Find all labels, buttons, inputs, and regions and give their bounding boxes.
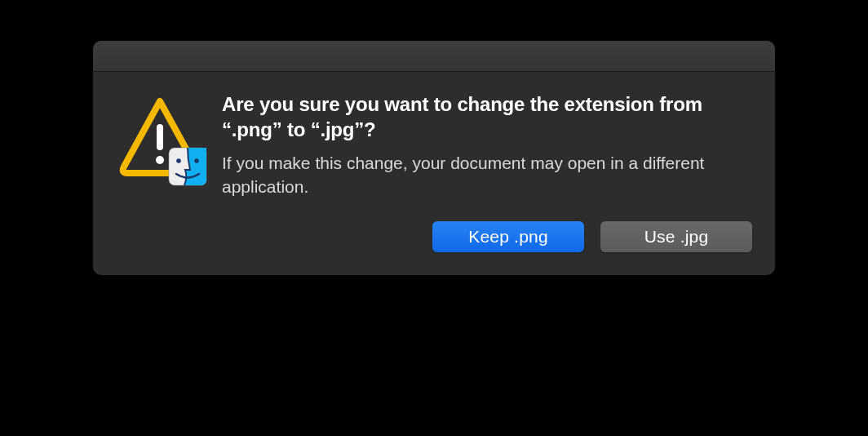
dialog-actions: Keep .png Use .jpg xyxy=(93,218,775,275)
keep-extension-button[interactable]: Keep .png xyxy=(432,221,584,252)
svg-point-3 xyxy=(176,158,181,163)
alert-icon-group xyxy=(119,96,201,178)
dialog-icon-column xyxy=(119,91,201,198)
use-new-extension-button[interactable]: Use .jpg xyxy=(600,221,752,252)
dialog-message: If you make this change, your document m… xyxy=(222,152,752,198)
dialog-titlebar xyxy=(93,41,775,72)
alert-dialog: Are you sure you want to change the exte… xyxy=(93,41,775,275)
svg-rect-0 xyxy=(157,124,163,150)
svg-point-4 xyxy=(194,158,199,163)
dialog-title: Are you sure you want to change the exte… xyxy=(222,91,752,142)
dialog-body: Are you sure you want to change the exte… xyxy=(93,72,775,218)
svg-point-1 xyxy=(156,156,164,164)
dialog-text-column: Are you sure you want to change the exte… xyxy=(222,91,752,198)
finder-icon xyxy=(168,147,207,186)
